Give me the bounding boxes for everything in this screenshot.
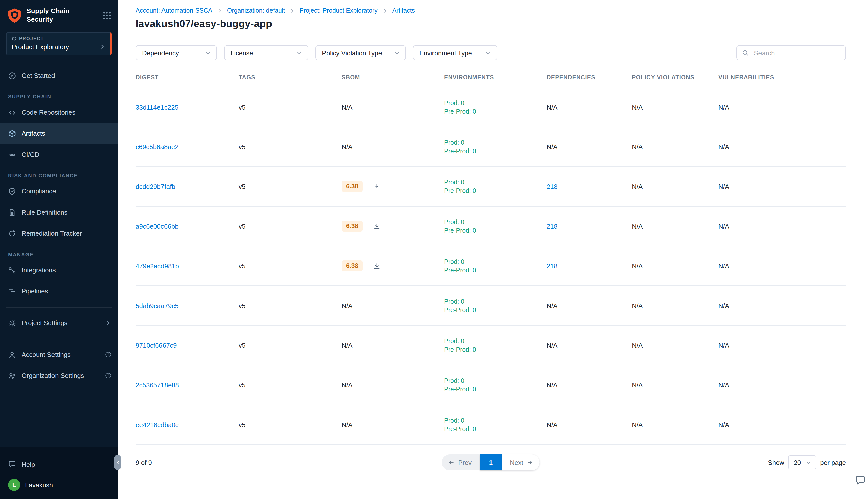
sbom-value: N/A xyxy=(342,302,352,309)
page-number-button[interactable]: 1 xyxy=(480,454,502,470)
breadcrumb-artifacts[interactable]: Artifacts xyxy=(392,7,415,14)
help-chat-icon xyxy=(8,460,16,468)
arrow-left-icon xyxy=(448,459,455,466)
user-name: Lavakush xyxy=(25,481,53,489)
user-menu[interactable]: L Lavakush xyxy=(0,475,117,495)
supply-chain-security-logo-icon xyxy=(7,8,22,24)
env-preprod-link[interactable]: Pre-Prod: 0 xyxy=(444,108,546,115)
env-preprod-link[interactable]: Pre-Prod: 0 xyxy=(444,346,546,353)
sidebar-item-compliance[interactable]: Compliance xyxy=(0,181,117,202)
env-preprod-link[interactable]: Pre-Prod: 0 xyxy=(444,227,546,234)
vulnerabilities-cell: N/A xyxy=(718,341,846,349)
sidebar-item-rule-definitions[interactable]: Rule Definitions xyxy=(0,202,117,223)
env-preprod-link[interactable]: Pre-Prod: 0 xyxy=(444,425,546,433)
module-switcher-icon[interactable] xyxy=(102,11,112,20)
env-preprod-link[interactable]: Pre-Prod: 0 xyxy=(444,306,546,313)
sidebar-item-project-settings[interactable]: Project Settings xyxy=(0,313,117,334)
dependencies-cell: N/A xyxy=(546,143,632,150)
download-sbom-icon[interactable] xyxy=(373,183,381,190)
divider xyxy=(368,261,369,270)
tag-cell: v5 xyxy=(239,421,342,428)
vulnerabilities-cell: N/A xyxy=(718,143,846,150)
digest-link[interactable]: 33d114e1c225 xyxy=(136,103,178,111)
sidebar-item-get-started[interactable]: Get Started xyxy=(0,65,117,86)
filter-license-dropdown[interactable]: License xyxy=(224,45,308,60)
env-preprod-link[interactable]: Pre-Prod: 0 xyxy=(444,267,546,273)
env-prod-link[interactable]: Prod: 0 xyxy=(444,139,546,146)
digest-link[interactable]: 479e2acd981b xyxy=(136,262,179,270)
breadcrumb-organization[interactable]: Organization: default xyxy=(227,7,285,14)
table-row: 2c5365718e88 v5 N/A Prod: 0 Pre-Prod: 0 xyxy=(136,365,846,404)
sidebar-item-cicd[interactable]: CI/CD xyxy=(0,144,117,165)
env-prod-link[interactable]: Prod: 0 xyxy=(444,258,546,265)
dependencies-cell[interactable]: 218 xyxy=(546,222,632,230)
sidebar-item-remediation-tracker[interactable]: Remediation Tracker xyxy=(0,223,117,244)
env-prod-link[interactable]: Prod: 0 xyxy=(444,377,546,384)
sidebar-item-organization-settings[interactable]: Organization Settings xyxy=(0,365,117,387)
environments-cell: Prod: 0 Pre-Prod: 0 xyxy=(444,179,546,194)
env-preprod-link[interactable]: Pre-Prod: 0 xyxy=(444,187,546,194)
sidebar-collapse-handle[interactable] xyxy=(114,455,121,470)
filter-policy-violation-type-dropdown[interactable]: Policy Violation Type xyxy=(315,45,406,60)
policy-violations-cell: N/A xyxy=(632,421,718,428)
tag-cell: v5 xyxy=(239,341,342,349)
next-page-button[interactable]: Next xyxy=(502,454,540,470)
sidebar-item-artifacts[interactable]: Artifacts xyxy=(0,123,117,144)
sidebar-item-code-repositories[interactable]: Code Repositories xyxy=(0,102,117,123)
prev-label: Prev xyxy=(458,459,472,466)
dropdown-label: Environment Type xyxy=(419,49,472,57)
dependencies-cell[interactable]: 218 xyxy=(546,183,632,190)
digest-link[interactable]: 5dab9caa79c5 xyxy=(136,302,178,309)
page-size-value: 20 xyxy=(794,459,801,466)
download-sbom-icon[interactable] xyxy=(373,222,381,230)
remediation-tracker-icon xyxy=(8,230,16,238)
env-prod-link[interactable]: Prod: 0 xyxy=(444,298,546,305)
brand-line-2: Security xyxy=(27,15,98,24)
digest-link[interactable]: 2c5365718e88 xyxy=(136,381,179,389)
prev-page-button[interactable]: Prev xyxy=(442,454,480,470)
digest-link[interactable]: c69c5b6a8ae2 xyxy=(136,143,178,150)
env-prod-link[interactable]: Prod: 0 xyxy=(444,99,546,106)
sidebar-nav: Get Started SUPPLY CHAIN Code Repositori… xyxy=(0,65,117,447)
sidebar-item-label: Account Settings xyxy=(22,351,71,358)
chat-widget-button[interactable] xyxy=(855,475,866,486)
env-preprod-link[interactable]: Pre-Prod: 0 xyxy=(444,147,546,155)
env-prod-link[interactable]: Prod: 0 xyxy=(444,179,546,186)
digest-link[interactable]: 9710cf6667c9 xyxy=(136,341,176,349)
table-row: 33d114e1c225 v5 N/A Prod: 0 Pre-Prod: 0 xyxy=(136,87,846,126)
app-root: Supply Chain Security PROJECT Product Ex… xyxy=(0,0,868,499)
filter-dependency-dropdown[interactable]: Dependency xyxy=(136,45,217,60)
info-icon xyxy=(105,352,112,358)
column-dependencies: DEPENDENCIES xyxy=(546,74,632,81)
page-header: Account: Automation-SSCA Organization: d… xyxy=(117,0,868,36)
filter-environment-type-dropdown[interactable]: Environment Type xyxy=(413,45,497,60)
digest-link[interactable]: ee4218cdba0c xyxy=(136,421,178,428)
environments-cell: Prod: 0 Pre-Prod: 0 xyxy=(444,99,546,115)
table-row: a9c6e00c66bb v5 6.38 Prod: 0 Pre-Prod: 0 xyxy=(136,206,846,246)
search-input[interactable] xyxy=(753,48,840,57)
sidebar-item-help[interactable]: Help xyxy=(0,454,117,475)
project-selector-label: PROJECT xyxy=(19,36,44,41)
env-prod-link[interactable]: Prod: 0 xyxy=(444,417,546,424)
sidebar-item-integrations[interactable]: Integrations xyxy=(0,260,117,281)
sidebar-item-account-settings[interactable]: Account Settings xyxy=(0,344,117,365)
dependencies-cell: N/A xyxy=(546,381,632,389)
download-sbom-icon[interactable] xyxy=(373,262,381,270)
digest-link[interactable]: dcdd29b7fafb xyxy=(136,183,175,190)
env-preprod-link[interactable]: Pre-Prod: 0 xyxy=(444,386,546,393)
page-size-select[interactable]: 20 xyxy=(788,455,816,469)
project-selector[interactable]: PROJECT Product Exploratory xyxy=(6,32,112,55)
page-size-control: Show 20 per page xyxy=(768,455,846,469)
dependencies-cell[interactable]: 218 xyxy=(546,262,632,270)
digest-link[interactable]: a9c6e00c66bb xyxy=(136,222,178,230)
breadcrumb-account[interactable]: Account: Automation-SSCA xyxy=(136,7,212,14)
sidebar-item-label: Artifacts xyxy=(22,130,45,137)
dependencies-cell: N/A xyxy=(546,421,632,428)
breadcrumb-project[interactable]: Project: Product Exploratory xyxy=(299,7,377,14)
sbom-value: N/A xyxy=(342,421,352,428)
integrations-icon xyxy=(8,266,16,275)
env-prod-link[interactable]: Prod: 0 xyxy=(444,338,546,344)
sidebar-item-pipelines[interactable]: Pipelines xyxy=(0,281,117,302)
env-prod-link[interactable]: Prod: 0 xyxy=(444,218,546,226)
divider xyxy=(368,182,369,191)
